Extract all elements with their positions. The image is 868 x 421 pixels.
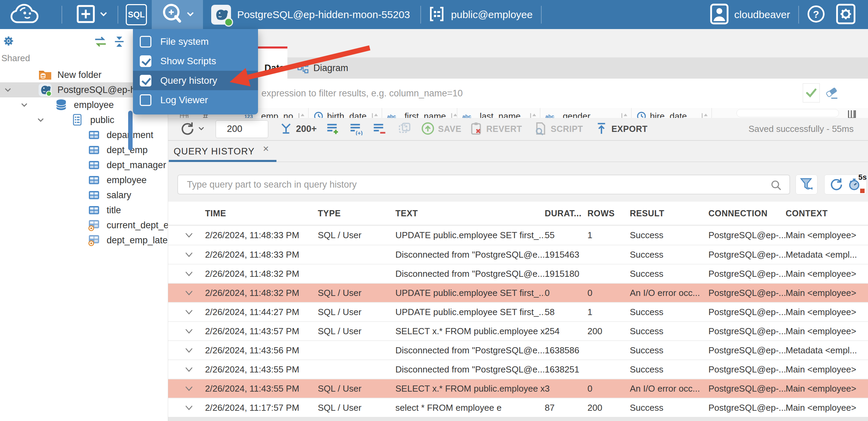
script-button[interactable]: SCRIPT: [533, 122, 583, 136]
tree-item[interactable]: public: [0, 112, 168, 127]
expand-row-icon[interactable]: [184, 326, 205, 337]
query-history-search-input[interactable]: [177, 175, 790, 194]
history-filter-button[interactable]: [796, 175, 817, 194]
revert-button[interactable]: REVERT: [469, 122, 522, 136]
grid-column-header[interactable]: birth_date: [309, 108, 382, 118]
apply-filter-button[interactable]: [803, 83, 820, 103]
tree-item[interactable]: department: [0, 127, 168, 142]
auto-refresh-timer-button[interactable]: 5s: [847, 177, 862, 192]
menu-item[interactable]: Show Scripts: [133, 51, 258, 71]
query-history-row[interactable]: 2/26/2024, 11:48:33 PM Disconnected from…: [168, 245, 868, 264]
collapse-all-button[interactable]: [113, 36, 126, 49]
active-connection[interactable]: PostgreSQL@ep-hidden-moon-55203: [211, 5, 410, 25]
query-history-row[interactable]: 2/26/2024, 11:48:32 PM SQL / User UPDATE…: [168, 283, 868, 302]
query-history-row[interactable]: 2/26/2024, 11:43:56 PM Disconnected from…: [168, 340, 868, 359]
sort-icon[interactable]: [370, 112, 379, 118]
chevron-down-icon[interactable]: [36, 115, 50, 125]
column-header-rows[interactable]: ROWS: [587, 208, 630, 218]
grid-scrollbar-thumb[interactable]: [736, 109, 839, 117]
chevron-down-icon[interactable]: [3, 85, 17, 95]
tools-menu-button[interactable]: [152, 0, 203, 29]
grid-column-header[interactable]: abc last_name: [457, 108, 540, 118]
checkbox[interactable]: [140, 75, 151, 86]
checkbox[interactable]: [140, 55, 151, 67]
menu-item[interactable]: Query history: [133, 71, 258, 90]
query-history-row[interactable]: 2/26/2024, 11:43:55 PM SQL / User SELECT…: [168, 379, 868, 398]
object-view-tab[interactable]: Data: [257, 57, 287, 79]
sync-connection-button[interactable]: [94, 36, 107, 49]
fetch-more-button[interactable]: 200+: [280, 122, 317, 136]
cloudbeaver-logo[interactable]: [8, 3, 46, 27]
expand-row-icon[interactable]: [184, 230, 205, 241]
query-history-row[interactable]: 2/26/2024, 11:43:57 PM SQL / User SELECT…: [168, 321, 868, 340]
history-refresh-button[interactable]: [829, 177, 843, 192]
menu-item[interactable]: File system: [133, 32, 258, 51]
expand-row-icon[interactable]: [184, 383, 205, 394]
tree-item[interactable]: salary: [0, 188, 168, 203]
expand-row-icon[interactable]: [184, 402, 205, 413]
query-history-tab[interactable]: QUERY HISTORY ×: [169, 141, 276, 162]
column-header-result[interactable]: RESULT: [630, 208, 708, 218]
tree-item[interactable]: employee: [0, 173, 168, 188]
expand-row-icon[interactable]: [184, 249, 205, 260]
clear-filter-button[interactable]: [823, 85, 841, 102]
sort-icon[interactable]: [297, 112, 306, 118]
sort-icon[interactable]: [700, 112, 709, 118]
expand-row-icon[interactable]: [184, 364, 205, 375]
tree-scrollbar-thumb[interactable]: [128, 111, 133, 150]
object-editor-tab[interactable]: [257, 46, 287, 57]
filter-expression-input[interactable]: [258, 83, 799, 104]
grid-column-header[interactable]: abc gender: [540, 108, 632, 118]
table-icon: [87, 159, 101, 171]
new-connection-button[interactable]: [76, 4, 107, 25]
horizontal-scrollbar-track[interactable]: [168, 417, 868, 421]
object-view-tab[interactable]: Diagram: [287, 57, 358, 79]
auto-refresh-link-button[interactable]: [398, 122, 411, 136]
menu-item[interactable]: Log Viewer: [133, 90, 258, 110]
checkbox[interactable]: [140, 94, 151, 106]
sort-icon[interactable]: [528, 112, 537, 118]
close-tab-button[interactable]: ×: [263, 144, 269, 154]
column-header-time[interactable]: TIME: [205, 208, 318, 218]
chevron-down-icon[interactable]: [19, 100, 33, 110]
duplicate-row-button[interactable]: (+): [349, 122, 363, 136]
column-header-connection[interactable]: CONNECTION: [708, 208, 786, 218]
tree-item[interactable]: dept_emp: [0, 142, 168, 158]
save-button[interactable]: SAVE: [421, 122, 461, 136]
tree-item[interactable]: dept_emp_latest_date: [0, 233, 168, 248]
tree-item[interactable]: dept_manager: [0, 158, 168, 173]
query-history-row[interactable]: 2/26/2024, 11:48:33 PM SQL / User UPDATE…: [168, 226, 868, 245]
expand-row-icon[interactable]: [184, 345, 205, 356]
user-menu[interactable]: cloudbeaver: [710, 3, 790, 26]
sidebar-settings-button[interactable]: [3, 35, 14, 48]
grid-column-header[interactable]: hire_date: [632, 108, 712, 118]
settings-button[interactable]: [836, 3, 856, 26]
tree-item[interactable]: current_dept_emp: [0, 218, 168, 233]
schema-selector[interactable]: public@employee: [428, 5, 533, 24]
columns-menu-icon[interactable]: [847, 109, 857, 118]
cell-context: Main <employee>: [786, 364, 868, 375]
refresh-button[interactable]: [180, 121, 204, 137]
tree-item[interactable]: title: [0, 203, 168, 218]
add-row-button[interactable]: [326, 122, 340, 136]
query-history-row[interactable]: 2/26/2024, 11:17:57 PM SQL / User select…: [168, 398, 868, 417]
column-header-context[interactable]: CONTEXT: [786, 208, 868, 218]
column-header-type[interactable]: TYPE: [318, 208, 395, 218]
expand-row-icon[interactable]: [184, 268, 205, 279]
folder-db-icon: [38, 69, 52, 81]
column-header-text[interactable]: TEXT: [395, 208, 545, 218]
query-history-row[interactable]: 2/26/2024, 11:44:27 PM SQL / User UPDATE…: [168, 302, 868, 321]
query-history-row[interactable]: 2/26/2024, 11:43:55 PM Disconnected from…: [168, 359, 868, 379]
sort-icon[interactable]: [620, 112, 628, 118]
sql-editor-button[interactable]: SQL: [126, 4, 147, 25]
column-header-duration[interactable]: DURAT...: [545, 208, 587, 218]
expand-row-icon[interactable]: [184, 307, 205, 317]
expand-row-icon[interactable]: [184, 287, 205, 298]
export-button[interactable]: EXPORT: [595, 122, 648, 136]
delete-row-button[interactable]: [372, 122, 386, 136]
row-limit-input[interactable]: [216, 120, 268, 138]
checkbox[interactable]: [140, 36, 151, 47]
help-button[interactable]: ?: [806, 4, 826, 25]
grid-column-header[interactable]: abc first_name: [382, 108, 457, 118]
query-history-row[interactable]: 2/26/2024, 11:48:32 PM Disconnected from…: [168, 264, 868, 283]
